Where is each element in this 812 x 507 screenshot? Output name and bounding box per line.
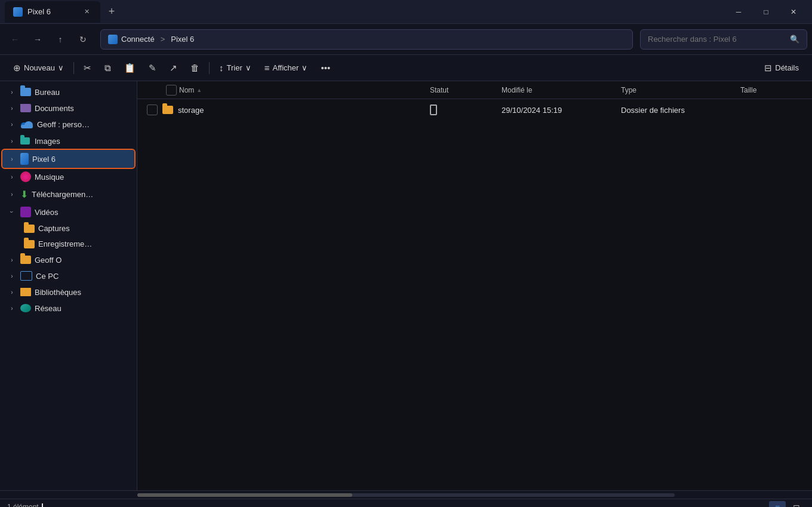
sidebar-item-libraries[interactable]: › Bibliothèques — [2, 284, 134, 300]
sidebar-item-recordings[interactable]: Enregistreme… — [2, 236, 134, 251]
sidebar-item-pc[interactable]: › Ce PC — [2, 268, 134, 284]
col-name-sort: ▲ — [196, 87, 202, 93]
up-button[interactable]: ↑ — [50, 29, 70, 50]
col-header-type[interactable]: Type — [616, 86, 736, 94]
tile-view-button[interactable]: ⊟ — [788, 501, 805, 508]
new-button[interactable]: ⊕ Nouveau ∨ — [7, 59, 70, 78]
sidebar-label-network: Réseau — [35, 304, 61, 313]
view-label: Afficher — [273, 63, 299, 72]
more-icon: ••• — [321, 63, 330, 73]
share-button[interactable]: ↗ — [164, 59, 183, 78]
minimize-button[interactable]: ─ — [725, 0, 752, 24]
sidebar-item-network[interactable]: › Réseau — [2, 300, 134, 316]
row-checkbox[interactable] — [147, 105, 158, 115]
copy-button[interactable]: ⧉ — [99, 59, 117, 78]
active-tab[interactable]: Pixel 6 ✕ — [5, 1, 100, 23]
view-chevron: ∨ — [302, 63, 307, 72]
sidebar-label-videos: Vidéos — [35, 208, 59, 217]
col-header-status[interactable]: Statut — [425, 86, 497, 94]
chevron-pixel6: › — [7, 154, 17, 164]
sidebar-item-documents[interactable]: › Documents — [2, 100, 134, 116]
tab-folder-icon — [13, 7, 23, 17]
sidebar-item-images[interactable]: › Images — [2, 133, 134, 149]
file-type: Dossier de fichiers — [621, 106, 685, 115]
refresh-button[interactable]: ↻ — [73, 29, 93, 50]
sidebar-label-pc: Ce PC — [36, 272, 59, 281]
chevron-downloads: › — [7, 190, 17, 199]
pc-icon — [20, 271, 32, 281]
paste-button[interactable]: 📋 — [118, 59, 142, 78]
horizontal-scrollbar[interactable] — [137, 493, 675, 497]
table-row[interactable]: storage 29/10/2024 15:19 Dossier de fich… — [137, 99, 812, 121]
file-modified-cell: 29/10/2024 15:19 — [497, 106, 616, 115]
col-modified-label: Modifié le — [502, 86, 532, 94]
more-button[interactable]: ••• — [315, 59, 336, 78]
geoff-o-folder-icon — [20, 256, 31, 264]
new-chevron: ∨ — [58, 63, 64, 72]
sidebar-item-pixel6[interactable]: › Pixel 6 — [2, 150, 134, 168]
sidebar-item-geoff-o[interactable]: › Geoff O — [2, 252, 134, 268]
new-tab-button[interactable]: + — [103, 3, 121, 21]
images-icon — [20, 136, 31, 146]
sidebar-item-downloads[interactable]: › ⬇ Téléchargemen… — [2, 186, 134, 203]
cut-button[interactable]: ✂ — [78, 59, 97, 78]
storage-folder-icon — [162, 106, 173, 114]
scrollbar-thumb[interactable] — [137, 493, 352, 497]
chevron-libraries: › — [7, 287, 17, 297]
libraries-icon — [20, 288, 31, 296]
sidebar-label-documents: Documents — [35, 104, 74, 113]
list-view-button[interactable]: ≡ — [769, 501, 786, 508]
tab-close-button[interactable]: ✕ — [81, 7, 92, 17]
search-input[interactable] — [648, 35, 785, 44]
separator-1 — [73, 62, 74, 74]
view-button[interactable]: ≡ Afficher ∨ — [259, 59, 314, 78]
videos-folder-icon — [20, 207, 31, 217]
onedrive-icon — [20, 120, 33, 128]
main-area: › Bureau › Documents › Geoff : perso… — [0, 81, 812, 490]
sort-icon: ↕ — [219, 63, 224, 73]
close-button[interactable]: ✕ — [780, 0, 807, 24]
sidebar-item-music[interactable]: › Musique — [2, 168, 134, 185]
address-bar[interactable]: Connecté > Pixel 6 — [100, 29, 633, 50]
music-folder-icon — [20, 171, 31, 182]
title-bar: Pixel 6 ✕ + ─ □ ✕ — [0, 0, 812, 24]
back-button[interactable]: ← — [5, 29, 25, 50]
sort-button[interactable]: ↕ Trier ∨ — [213, 59, 257, 78]
search-bar[interactable]: 🔍 — [640, 29, 807, 50]
window-controls: ─ □ ✕ — [725, 0, 807, 24]
sidebar-label-music: Musique — [35, 173, 64, 182]
col-header-size[interactable]: Taille — [736, 86, 807, 94]
sidebar-label-pixel6: Pixel 6 — [32, 155, 56, 164]
rename-button[interactable]: ✎ — [143, 59, 162, 78]
chevron-network: › — [7, 303, 17, 313]
col-header-modified[interactable]: Modifié le — [497, 86, 616, 94]
bureau-folder-icon — [20, 88, 31, 96]
pixel6-device-icon — [20, 153, 29, 165]
details-button[interactable]: ⊟ Détails — [758, 59, 805, 78]
maximize-button[interactable]: □ — [752, 0, 780, 24]
location-icon — [108, 35, 118, 44]
status-count: 1 élément — [7, 503, 43, 507]
sidebar-item-geoff-cloud[interactable]: › Geoff : perso… — [2, 116, 134, 132]
copy-icon: ⧉ — [104, 63, 111, 73]
sidebar-item-bureau[interactable]: › Bureau — [2, 84, 134, 100]
sidebar-label-downloads: Téléchargemen… — [32, 190, 93, 199]
sort-label: Trier — [227, 63, 242, 72]
delete-button[interactable]: 🗑 — [184, 59, 205, 78]
chevron-music: › — [7, 172, 17, 182]
chevron-pc: › — [7, 271, 17, 281]
sidebar-item-videos[interactable]: › Vidéos — [2, 204, 134, 220]
paste-icon: 📋 — [124, 63, 136, 73]
recordings-folder-icon — [24, 240, 35, 248]
col-header-name[interactable]: Nom ▲ — [142, 85, 425, 96]
forward-button[interactable]: → — [27, 29, 48, 50]
documents-folder-icon — [20, 104, 31, 112]
cut-icon: ✂ — [84, 63, 91, 73]
breadcrumb-connected: Connecté — [121, 35, 155, 44]
select-all-checkbox[interactable] — [166, 85, 177, 96]
sort-chevron: ∨ — [245, 63, 251, 72]
breadcrumb-current: Pixel 6 — [171, 35, 194, 44]
chevron-bureau: › — [7, 87, 17, 97]
delete-icon: 🗑 — [190, 63, 199, 73]
sidebar-item-captures[interactable]: Captures — [2, 221, 134, 236]
